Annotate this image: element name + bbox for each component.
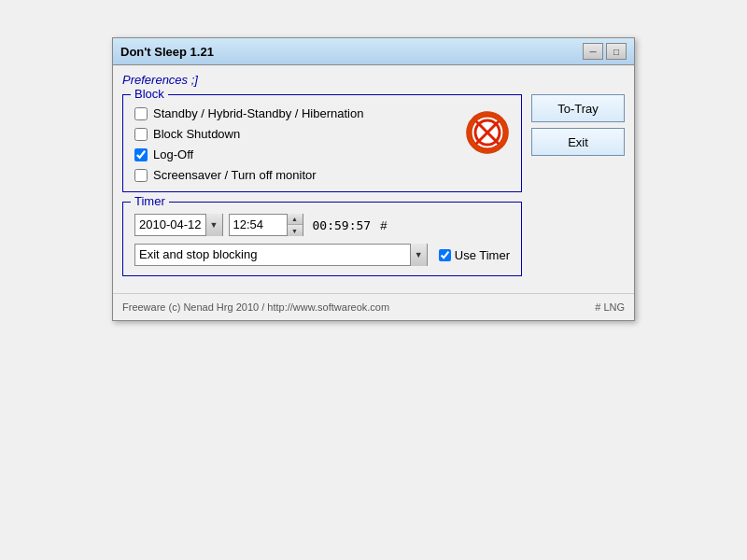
timer-legend: Timer xyxy=(131,194,169,208)
time-wrapper: 12:54 ▲ ▼ xyxy=(229,214,303,236)
screensaver-row: Screensaver / Turn off monitor xyxy=(134,168,458,182)
action-value: Exit and stop blocking xyxy=(135,244,410,266)
left-section: Block Standby / Hybrid-Standby / Hiberna… xyxy=(122,94,522,276)
right-section: To-Tray Exit xyxy=(531,94,625,156)
timer-group: Timer 2010-04-12 ▼ 12:54 ▲ ▼ xyxy=(122,202,522,276)
block-inner: Standby / Hybrid-Standby / Hibernation B… xyxy=(134,103,510,182)
screensaver-checkbox[interactable] xyxy=(134,169,148,182)
to-tray-button[interactable]: To-Tray xyxy=(531,94,625,122)
block-checkboxes: Standby / Hybrid-Standby / Hibernation B… xyxy=(134,106,458,182)
time-value: 12:54 xyxy=(230,214,287,236)
block-legend: Block xyxy=(131,87,168,101)
hash-button[interactable]: # xyxy=(380,218,387,232)
titlebar: Don't Sleep 1.21 ─ □ xyxy=(113,38,634,65)
standby-row: Standby / Hybrid-Standby / Hibernation xyxy=(134,106,458,120)
timer-row1: 2010-04-12 ▼ 12:54 ▲ ▼ 00:59:57 # xyxy=(134,214,510,236)
shutdown-checkbox[interactable] xyxy=(134,128,148,141)
logoff-checkbox[interactable] xyxy=(134,148,148,161)
minimize-button[interactable]: ─ xyxy=(583,43,603,60)
shutdown-label[interactable]: Block Shutdown xyxy=(153,127,240,141)
time-up-button[interactable]: ▲ xyxy=(288,214,303,225)
shutdown-row: Block Shutdown xyxy=(134,127,458,141)
date-wrapper: 2010-04-12 ▼ xyxy=(134,214,223,236)
block-status-icon xyxy=(465,110,510,155)
time-down-button[interactable]: ▼ xyxy=(288,225,303,236)
main-content: Preferences ;] Block Standby / Hybrid-St… xyxy=(113,65,634,286)
time-arrows: ▲ ▼ xyxy=(287,214,303,236)
countdown-display: 00:59:57 xyxy=(313,218,372,232)
date-value: 2010-04-12 xyxy=(135,214,205,236)
main-row: Block Standby / Hybrid-Standby / Hiberna… xyxy=(122,94,625,276)
timer-row2: Exit and stop blocking ▼ Use Timer xyxy=(134,244,510,266)
window-controls: ─ □ xyxy=(583,43,627,60)
action-dropdown-arrow[interactable]: ▼ xyxy=(410,244,427,266)
footer-left: Freeware (c) Nenad Hrg 2010 / http://www… xyxy=(122,301,389,313)
exit-button[interactable]: Exit xyxy=(531,128,625,156)
logoff-row: Log-Off xyxy=(134,147,458,161)
logoff-label[interactable]: Log-Off xyxy=(153,147,193,161)
footer-right: # LNG xyxy=(595,301,625,313)
screensaver-label[interactable]: Screensaver / Turn off monitor xyxy=(153,168,317,182)
action-wrapper: Exit and stop blocking ▼ xyxy=(134,244,428,266)
window-title: Don't Sleep 1.21 xyxy=(120,45,214,59)
maximize-button[interactable]: □ xyxy=(606,43,627,60)
use-timer-label[interactable]: Use Timer xyxy=(455,248,510,262)
application-window: Don't Sleep 1.21 ─ □ Preferences ;] Bloc… xyxy=(112,37,635,321)
use-timer-checkbox[interactable] xyxy=(439,249,451,261)
use-timer-row: Use Timer xyxy=(439,248,510,262)
block-group: Block Standby / Hybrid-Standby / Hiberna… xyxy=(122,94,522,192)
footer: Freeware (c) Nenad Hrg 2010 / http://www… xyxy=(113,293,634,320)
date-dropdown-arrow[interactable]: ▼ xyxy=(205,214,222,236)
standby-label[interactable]: Standby / Hybrid-Standby / Hibernation xyxy=(153,106,363,120)
standby-checkbox[interactable] xyxy=(134,107,148,120)
preferences-label: Preferences ;] xyxy=(122,73,625,87)
